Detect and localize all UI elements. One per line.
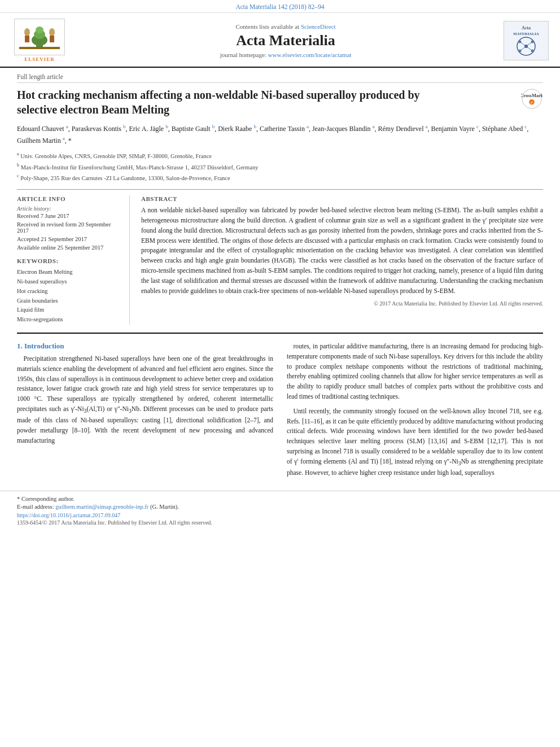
sciencedirect-link[interactable]: ScienceDirect: [301, 23, 336, 30]
body-right-col: routes, in particular additive manufactu…: [287, 342, 543, 483]
email-link[interactable]: guilhem.martin@simap.grenoble-inp.fr: [55, 504, 148, 510]
revised-date: Received in revised form 20 September 20…: [17, 221, 121, 234]
doi-link[interactable]: https://doi.org/10.1016/j.actamat.2017.0…: [17, 512, 120, 518]
elsevier-logo: ELSEVIER: [11, 19, 68, 62]
elsevier-tree-icon: [19, 22, 60, 51]
article-type-label: Full length article: [17, 73, 543, 83]
page-container: Acta Materialia 142 (2018) 82–94: [0, 0, 560, 528]
elsevier-label: ELSEVIER: [24, 56, 55, 62]
keywords-section: Keywords: Electron Beam Melting Ni-based…: [17, 257, 121, 325]
abstract-header: Abstract: [141, 195, 543, 202]
abstract-text: A non weldable nickel-based superalloy w…: [141, 206, 543, 296]
svg-point-22: [522, 89, 541, 108]
journal-thumbnail: Acta MATERIALIA: [504, 21, 549, 60]
intro-para-3: Until recently, the community strongly f…: [287, 407, 543, 478]
authors: Edouard Chauvet a, Paraskevas Kontis b, …: [17, 123, 543, 146]
logo-box: [14, 19, 65, 55]
body-content: 1. Introduction Precipitation strengthen…: [0, 334, 560, 491]
keywords-header: Keywords:: [17, 257, 121, 264]
affiliations: a Univ. Grenoble Alpes, CNRS, Grenoble I…: [17, 151, 543, 182]
top-bar: Acta Materialia 142 (2018) 82–94: [0, 0, 560, 13]
journal-citation: Acta Materialia 142 (2018) 82–94: [235, 3, 324, 10]
body-left-col: 1. Introduction Precipitation strengthen…: [17, 342, 273, 483]
svg-text:CrossMark: CrossMark: [521, 93, 542, 98]
crossmark-badge: CrossMark ✓: [520, 88, 543, 110]
thumb-graphic: Acta MATERIALIA: [504, 21, 548, 60]
abstract-col: Abstract A non weldable nickel-based sup…: [141, 195, 543, 325]
svg-text:MATERIALIA: MATERIALIA: [513, 32, 539, 36]
journal-center: Contents lists available at ScienceDirec…: [68, 23, 504, 58]
article-history: Article history: Received 7 June 2017 Re…: [17, 206, 121, 251]
intro-para-2: routes, in particular additive manufactu…: [287, 342, 543, 402]
journal-header: ELSEVIER Contents lists available at Sci…: [0, 13, 560, 68]
intro-text-right: routes, in particular additive manufactu…: [287, 342, 543, 478]
svg-rect-5: [25, 36, 29, 42]
crossmark-icon: CrossMark ✓: [521, 88, 542, 110]
svg-rect-7: [50, 36, 54, 42]
email-footnote: E-mail address: guilhem.martin@simap.gre…: [17, 504, 543, 510]
article-info-header: Article Info: [17, 195, 121, 202]
article-footer: * Corresponding author. E-mail address: …: [0, 491, 560, 528]
homepage-link[interactable]: www.elsevier.com/locate/actamat: [268, 51, 352, 58]
available-date: Available online 25 September 2017: [17, 244, 121, 251]
history-label: Article history:: [17, 206, 121, 212]
article-info-col: Article Info Article history: Received 7…: [17, 195, 130, 325]
doi-line: https://doi.org/10.1016/j.actamat.2017.0…: [17, 512, 543, 518]
intro-para-1: Precipitation strengthened Ni-based supe…: [17, 354, 273, 446]
svg-point-6: [49, 28, 55, 36]
affiliation-b: b Max-Planck-Institut für Eisenforschung…: [17, 162, 543, 172]
intro-text-left: Precipitation strengthened Ni-based supe…: [17, 354, 273, 446]
svg-text:Acta: Acta: [522, 25, 531, 30]
contents-line: Contents lists available at ScienceDirec…: [68, 23, 504, 30]
svg-point-4: [24, 28, 30, 36]
svg-rect-8: [19, 47, 60, 49]
corresponding-note: * Corresponding author.: [17, 496, 543, 502]
affiliation-a: a Univ. Grenoble Alpes, CNRS, Grenoble I…: [17, 151, 543, 160]
journal-title: Acta Materialia: [68, 32, 504, 49]
intro-section-title: 1. Introduction: [17, 342, 273, 351]
received-date: Received 7 June 2017: [17, 213, 121, 219]
copyright-line: © 2017 Acta Materialia Inc. Published by…: [141, 300, 543, 307]
issn-line: 1359-6454/© 2017 Acta Materialia Inc. Pu…: [17, 519, 543, 526]
article-section: Full length article Hot cracking mechani…: [0, 68, 560, 325]
accepted-date: Accepted 21 September 2017: [17, 236, 121, 242]
keywords-list: Electron Beam Melting Ni-based superallo…: [17, 268, 121, 325]
svg-text:✓: ✓: [530, 101, 533, 104]
affiliation-c: c Poly-Shape, 235 Rue des Carnutes -ZI L…: [17, 173, 543, 182]
article-title: Hot cracking mechanism affecting a non-w…: [17, 88, 440, 117]
article-info-abstract: Article Info Article history: Received 7…: [17, 189, 543, 325]
svg-point-3: [36, 27, 43, 33]
homepage-line: journal homepage: www.elsevier.com/locat…: [68, 51, 504, 58]
